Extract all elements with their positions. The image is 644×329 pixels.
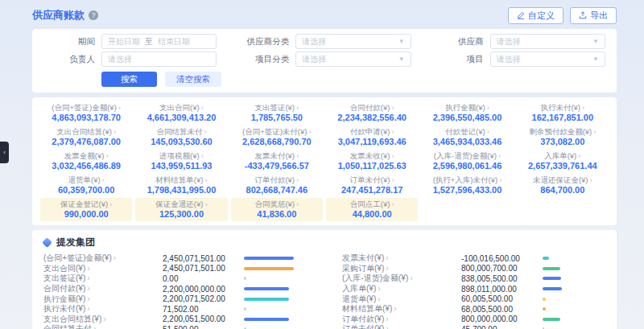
group-metric-row[interactable]: 退货单(¥)› 60,005,500.00	[342, 294, 605, 304]
metric-card[interactable]: 保证金退还(¥)› 125,300.00	[135, 198, 227, 221]
group-metric-row[interactable]: (入库-退货)金额(¥)› 838,005,500.00	[342, 273, 605, 284]
chevron-right-icon: ›	[391, 151, 394, 160]
group-header[interactable]: 提发集团	[43, 236, 605, 249]
customize-button[interactable]: 自定义	[508, 7, 564, 24]
project-placeholder: 请选择	[497, 54, 521, 65]
metric-card[interactable]: 支出签证(¥)› 1,785,765.50	[231, 101, 323, 125]
metric-card[interactable]: (合同+签证)金额(¥)› 4,863,093,178.70	[40, 101, 132, 125]
row-bar	[244, 298, 289, 301]
project-select[interactable]: 请选择 ▼	[490, 51, 605, 67]
metric-label: (入库-退货)金额(¥)›	[423, 151, 511, 160]
metric-card[interactable]: 合同奖惩(¥)› 41,836.00	[231, 198, 323, 221]
metric-card[interactable]: 订单未付(¥)› 247,451,278.17	[326, 174, 418, 197]
chevron-down-icon: ▼	[398, 38, 405, 45]
group-metric-row[interactable]: 执行金额(¥)› 2,200,071,502.00	[43, 294, 307, 304]
supplier-category-select[interactable]: 请选择 ▼	[295, 34, 411, 49]
metric-card[interactable]: 发票未付(¥)› -433,479,566.57	[231, 150, 323, 173]
group-metric-row[interactable]: 支出合同结算(¥)› 2,200,051,500.00	[43, 315, 307, 325]
group-metric-row[interactable]: 采购订单(¥)› 800,000,700.00	[342, 264, 605, 274]
chevron-right-icon: ›	[487, 127, 489, 136]
row-bar	[543, 287, 562, 290]
group-metric-row[interactable]: 订单付款(¥)› 800,000,000.00	[342, 315, 605, 325]
group-metric-row[interactable]: 订单未付(¥)› 45,700.00	[342, 324, 605, 329]
metric-label: 付款申请(¥)›	[328, 127, 416, 136]
export-button-label: 导出	[590, 10, 608, 22]
row-bar	[244, 307, 246, 310]
group-metric-row[interactable]: 支出合同(¥)› 2,450,071,501.00	[43, 264, 307, 274]
metric-card[interactable]: 订单付款(¥)› 802,668,747.46	[231, 174, 323, 197]
group-metric-row[interactable]: 支出签证(¥)› 0.00	[43, 273, 307, 284]
group-metric-row[interactable]: 入库单(¥)› 898,011,000.00	[342, 284, 605, 294]
export-button[interactable]: 导出	[570, 7, 617, 24]
metric-card[interactable]: 保证金登记(¥)› 990,000.00	[40, 198, 132, 221]
side-drawer-handle[interactable]: ‹	[0, 142, 9, 163]
row-bar-track	[543, 277, 605, 280]
metric-card[interactable]: 材料结算单(¥)› 1,798,431,995.00	[135, 174, 227, 197]
metric-value: 2,379,476,087.00	[42, 137, 130, 146]
metric-card[interactable]: 支出合同(¥)› 4,661,309,413.20	[135, 101, 227, 125]
metric-card[interactable]: 退货单(¥)› 60,359,700.00	[40, 174, 132, 197]
row-value: 2,450,071,501.00	[163, 254, 244, 263]
metric-card[interactable]: 未退还保证金(¥)› 864,700.00	[517, 174, 609, 197]
group-metric-row[interactable]: 合同付款(¥)› 2,200,000,000.00	[43, 284, 307, 294]
metric-card[interactable]: 剩余预付款金额(¥)› 373,082.00	[517, 125, 609, 149]
metric-label: 剩余预付款金额(¥)›	[518, 127, 607, 136]
supplier-select[interactable]: 请选择 ▼	[490, 34, 605, 49]
row-bar	[244, 318, 289, 321]
group-metric-row[interactable]: 执行未付(¥)› 71,502.00	[43, 304, 307, 315]
metric-card[interactable]: (合同+签证)未付(¥)› 2,628,668,790.70	[231, 125, 323, 149]
project-category-placeholder: 请选择	[302, 54, 326, 65]
group-metric-row[interactable]: (合同+签证)金额(¥)› 2,450,071,501.00	[43, 253, 307, 264]
metric-card[interactable]: 支出合同结算(¥)› 2,379,476,087.00	[40, 125, 132, 149]
edit-icon	[517, 11, 525, 19]
metric-value: -433,479,566.57	[233, 161, 321, 171]
metric-card[interactable]: 发票金额(¥)› 3,032,456,486.89	[40, 150, 132, 173]
metric-value: 143,959,511.93	[137, 161, 225, 171]
chevron-right-icon: ›	[391, 127, 394, 136]
metric-value: 2,628,668,790.70	[233, 137, 321, 146]
owner-select[interactable]: 请选择	[101, 51, 217, 67]
chevron-right-icon: ›	[386, 253, 388, 262]
metric-value: 247,451,278.17	[328, 185, 416, 195]
group-metric-row[interactable]: 材料结算单(¥)› 68,005,500.00	[342, 304, 605, 315]
metric-card[interactable]: 执行未付(¥)› 162,167,851.00	[517, 101, 609, 125]
project-label: 项目	[432, 54, 484, 65]
group-metric-row[interactable]: 合同结算未付› 51,500.00	[43, 324, 307, 329]
metric-card[interactable]: 发票未收(¥)› 1,050,117,025.63	[326, 150, 418, 173]
chevron-right-icon: ›	[499, 175, 502, 184]
project-category-label: 项目分类	[237, 54, 289, 65]
metric-label: 执行金额(¥)›	[423, 103, 511, 112]
chevron-right-icon: ›	[391, 199, 394, 208]
chevron-down-icon: ▼	[398, 56, 405, 63]
chevron-right-icon: ›	[87, 264, 89, 273]
metric-card[interactable]: 合同结算未付› 145,093,530.60	[135, 125, 227, 149]
search-button[interactable]: 搜索	[101, 72, 157, 87]
supplier-field: 供应商 请选择 ▼	[432, 34, 605, 49]
metric-label: 订单付款(¥)›	[233, 175, 321, 184]
metric-card[interactable]: 合同点工(¥)› 44,800.00	[326, 198, 418, 221]
metric-card[interactable]: 入库单(¥)› 2,657,339,761.44	[517, 150, 609, 173]
metric-label: 发票金额(¥)›	[42, 151, 130, 160]
group-metric-row[interactable]: 发票未付(¥)› -100,016,500.00	[342, 253, 605, 264]
metric-card[interactable]: 执行金额(¥)› 2,396,550,485.00	[421, 101, 513, 125]
metric-card[interactable]: 付款登记(¥)› 3,465,934,033.46	[421, 125, 513, 149]
metric-card[interactable]: 合同付款(¥)› 2,234,382,556.40	[326, 101, 418, 125]
row-bar-track	[543, 287, 605, 290]
help-icon[interactable]: ?	[89, 10, 98, 20]
topbar: 供应商账款 ? 自定义 导出	[32, 6, 617, 25]
metric-label: (执行+入库)未付(¥)›	[423, 175, 511, 184]
metric-card[interactable]: 进项税额(¥)› 143,959,511.93	[135, 150, 227, 173]
row-bar	[543, 277, 561, 280]
metric-value: 1,527,596,433.00	[423, 185, 511, 195]
period-daterange-input[interactable]: 开始日期 至 结束日期	[101, 34, 217, 49]
metric-card[interactable]: 付款申请(¥)› 3,047,119,693.46	[326, 125, 418, 149]
clear-search-button[interactable]: 清空搜索	[165, 72, 221, 87]
metric-card[interactable]: (执行+入库)未付(¥)› 1,527,596,433.00	[421, 174, 513, 197]
metric-label: 合同点工(¥)›	[328, 199, 416, 208]
metric-card[interactable]: (入库-退货)金额(¥)› 2,596,980,061.46	[421, 150, 513, 173]
chevron-right-icon: ›	[102, 175, 105, 184]
chevron-right-icon: ›	[498, 151, 501, 160]
owner-placeholder: 请选择	[108, 54, 132, 65]
row-label: 订单未付(¥)›	[342, 323, 461, 329]
project-category-select[interactable]: 请选择 ▼	[295, 51, 411, 67]
